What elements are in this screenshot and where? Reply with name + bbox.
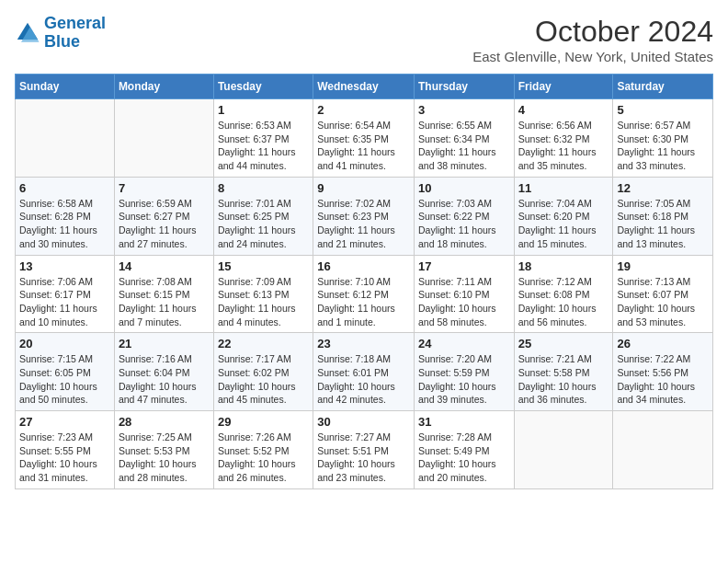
- calendar-cell: 21Sunrise: 7:16 AM Sunset: 6:04 PM Dayli…: [114, 333, 213, 411]
- calendar-cell: 16Sunrise: 7:10 AM Sunset: 6:12 PM Dayli…: [313, 255, 415, 333]
- calendar-cell: 28Sunrise: 7:25 AM Sunset: 5:53 PM Dayli…: [114, 411, 213, 489]
- day-info: Sunrise: 7:26 AM Sunset: 5:52 PM Dayligh…: [218, 431, 309, 485]
- day-info: Sunrise: 7:25 AM Sunset: 5:53 PM Dayligh…: [119, 431, 210, 485]
- week-row-1: 1Sunrise: 6:53 AM Sunset: 6:37 PM Daylig…: [16, 99, 713, 178]
- day-header-wednesday: Wednesday: [313, 75, 415, 99]
- day-number: 11: [518, 181, 609, 195]
- calendar-cell: [613, 411, 713, 489]
- day-info: Sunrise: 7:13 AM Sunset: 6:07 PM Dayligh…: [617, 275, 709, 329]
- calendar-cell: 31Sunrise: 7:28 AM Sunset: 5:49 PM Dayli…: [414, 411, 514, 489]
- day-info: Sunrise: 7:16 AM Sunset: 6:04 PM Dayligh…: [119, 352, 210, 407]
- page-header: General Blue October 2024 East Glenville…: [15, 15, 713, 64]
- day-info: Sunrise: 7:20 AM Sunset: 5:59 PM Dayligh…: [418, 352, 510, 407]
- calendar-cell: 15Sunrise: 7:09 AM Sunset: 6:13 PM Dayli…: [213, 255, 313, 333]
- day-info: Sunrise: 6:57 AM Sunset: 6:30 PM Dayligh…: [617, 119, 709, 173]
- day-info: Sunrise: 7:27 AM Sunset: 5:51 PM Dayligh…: [317, 431, 410, 485]
- logo: General Blue: [15, 15, 106, 52]
- calendar-cell: 3Sunrise: 6:55 AM Sunset: 6:34 PM Daylig…: [414, 99, 514, 178]
- day-number: 19: [617, 259, 709, 273]
- day-number: 21: [119, 337, 210, 350]
- calendar-cell: 7Sunrise: 6:59 AM Sunset: 6:27 PM Daylig…: [114, 177, 213, 255]
- week-row-4: 20Sunrise: 7:15 AM Sunset: 6:05 PM Dayli…: [16, 333, 713, 411]
- day-number: 18: [518, 259, 609, 273]
- calendar-cell: 29Sunrise: 7:26 AM Sunset: 5:52 PM Dayli…: [213, 411, 313, 489]
- title-block: October 2024 East Glenville, New York, U…: [472, 15, 713, 64]
- day-number: 9: [317, 181, 410, 195]
- day-number: 23: [317, 337, 410, 350]
- calendar-header-row: SundayMondayTuesdayWednesdayThursdayFrid…: [16, 75, 713, 99]
- calendar-cell: 24Sunrise: 7:20 AM Sunset: 5:59 PM Dayli…: [414, 333, 514, 411]
- day-info: Sunrise: 6:58 AM Sunset: 6:28 PM Dayligh…: [19, 197, 110, 251]
- calendar-cell: 13Sunrise: 7:06 AM Sunset: 6:17 PM Dayli…: [16, 255, 115, 333]
- day-number: 25: [518, 337, 609, 350]
- day-info: Sunrise: 7:23 AM Sunset: 5:55 PM Dayligh…: [19, 431, 110, 485]
- logo-line1: General: [44, 14, 106, 32]
- day-number: 15: [218, 259, 309, 273]
- day-info: Sunrise: 7:21 AM Sunset: 5:58 PM Dayligh…: [518, 352, 609, 407]
- calendar-cell: 2Sunrise: 6:54 AM Sunset: 6:35 PM Daylig…: [313, 99, 415, 178]
- day-number: 17: [418, 259, 510, 273]
- day-info: Sunrise: 7:04 AM Sunset: 6:20 PM Dayligh…: [518, 197, 609, 251]
- day-info: Sunrise: 6:55 AM Sunset: 6:34 PM Dayligh…: [418, 119, 510, 173]
- day-number: 7: [119, 181, 210, 195]
- calendar-cell: [514, 411, 613, 489]
- day-number: 24: [418, 337, 510, 350]
- day-info: Sunrise: 7:15 AM Sunset: 6:05 PM Dayligh…: [19, 352, 110, 407]
- day-header-sunday: Sunday: [16, 75, 115, 99]
- day-number: 16: [317, 259, 410, 273]
- calendar-cell: 8Sunrise: 7:01 AM Sunset: 6:25 PM Daylig…: [213, 177, 313, 255]
- day-number: 28: [119, 415, 210, 429]
- day-info: Sunrise: 7:11 AM Sunset: 6:10 PM Dayligh…: [418, 275, 510, 329]
- day-info: Sunrise: 7:05 AM Sunset: 6:18 PM Dayligh…: [617, 197, 709, 251]
- day-info: Sunrise: 7:01 AM Sunset: 6:25 PM Dayligh…: [218, 197, 309, 251]
- day-info: Sunrise: 7:18 AM Sunset: 6:01 PM Dayligh…: [317, 352, 410, 407]
- logo-text: General Blue: [44, 15, 106, 52]
- day-info: Sunrise: 7:09 AM Sunset: 6:13 PM Dayligh…: [218, 275, 309, 329]
- day-header-tuesday: Tuesday: [213, 75, 313, 99]
- day-info: Sunrise: 7:12 AM Sunset: 6:08 PM Dayligh…: [518, 275, 609, 329]
- day-number: 31: [418, 415, 510, 429]
- calendar-cell: 26Sunrise: 7:22 AM Sunset: 5:56 PM Dayli…: [613, 333, 713, 411]
- day-number: 22: [218, 337, 309, 350]
- calendar-cell: 27Sunrise: 7:23 AM Sunset: 5:55 PM Dayli…: [16, 411, 115, 489]
- logo-line2: Blue: [44, 32, 80, 51]
- week-row-5: 27Sunrise: 7:23 AM Sunset: 5:55 PM Dayli…: [16, 411, 713, 489]
- day-number: 4: [518, 103, 609, 117]
- logo-icon: [15, 20, 40, 46]
- day-number: 30: [317, 415, 410, 429]
- calendar-cell: [114, 99, 213, 178]
- day-header-monday: Monday: [114, 75, 213, 99]
- day-info: Sunrise: 7:17 AM Sunset: 6:02 PM Dayligh…: [218, 352, 309, 407]
- day-number: 10: [418, 181, 510, 195]
- day-number: 1: [218, 103, 309, 117]
- calendar-cell: 5Sunrise: 6:57 AM Sunset: 6:30 PM Daylig…: [613, 99, 713, 178]
- day-number: 6: [19, 181, 110, 195]
- day-info: Sunrise: 7:22 AM Sunset: 5:56 PM Dayligh…: [617, 352, 709, 407]
- calendar-cell: 1Sunrise: 6:53 AM Sunset: 6:37 PM Daylig…: [213, 99, 313, 178]
- day-info: Sunrise: 6:56 AM Sunset: 6:32 PM Dayligh…: [518, 119, 609, 173]
- calendar-cell: 22Sunrise: 7:17 AM Sunset: 6:02 PM Dayli…: [213, 333, 313, 411]
- month-title: October 2024: [472, 15, 713, 49]
- calendar-cell: 30Sunrise: 7:27 AM Sunset: 5:51 PM Dayli…: [313, 411, 415, 489]
- day-header-thursday: Thursday: [414, 75, 514, 99]
- calendar-cell: 6Sunrise: 6:58 AM Sunset: 6:28 PM Daylig…: [16, 177, 115, 255]
- day-number: 27: [19, 415, 110, 429]
- day-info: Sunrise: 7:10 AM Sunset: 6:12 PM Dayligh…: [317, 275, 410, 329]
- calendar-cell: 23Sunrise: 7:18 AM Sunset: 6:01 PM Dayli…: [313, 333, 415, 411]
- calendar-cell: [16, 99, 115, 178]
- day-number: 13: [19, 259, 110, 273]
- day-info: Sunrise: 7:06 AM Sunset: 6:17 PM Dayligh…: [19, 275, 110, 329]
- day-number: 3: [418, 103, 510, 117]
- day-header-friday: Friday: [514, 75, 613, 99]
- week-row-3: 13Sunrise: 7:06 AM Sunset: 6:17 PM Dayli…: [16, 255, 713, 333]
- calendar-cell: 9Sunrise: 7:02 AM Sunset: 6:23 PM Daylig…: [313, 177, 415, 255]
- week-row-2: 6Sunrise: 6:58 AM Sunset: 6:28 PM Daylig…: [16, 177, 713, 255]
- calendar-cell: 19Sunrise: 7:13 AM Sunset: 6:07 PM Dayli…: [613, 255, 713, 333]
- day-info: Sunrise: 6:54 AM Sunset: 6:35 PM Dayligh…: [317, 119, 410, 173]
- calendar-cell: 10Sunrise: 7:03 AM Sunset: 6:22 PM Dayli…: [414, 177, 514, 255]
- day-info: Sunrise: 6:53 AM Sunset: 6:37 PM Dayligh…: [218, 119, 309, 173]
- calendar-cell: 18Sunrise: 7:12 AM Sunset: 6:08 PM Dayli…: [514, 255, 613, 333]
- day-number: 26: [617, 337, 709, 350]
- day-number: 14: [119, 259, 210, 273]
- day-info: Sunrise: 7:28 AM Sunset: 5:49 PM Dayligh…: [418, 431, 510, 485]
